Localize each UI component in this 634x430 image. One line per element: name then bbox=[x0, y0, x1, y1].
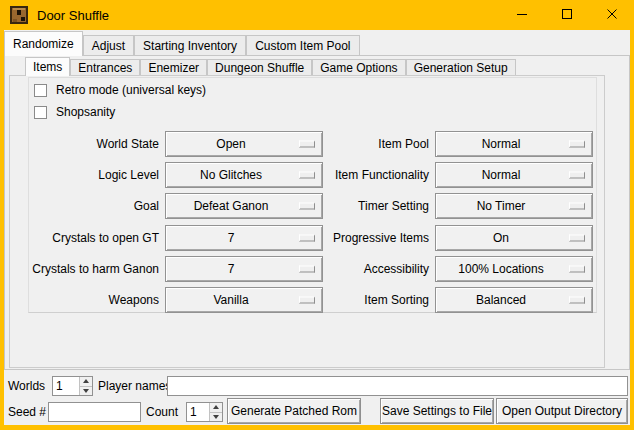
item-functionality-dropdown[interactable]: Normal bbox=[435, 162, 593, 188]
tab-starting-inventory[interactable]: Starting Inventory bbox=[134, 35, 246, 55]
accessibility-label: Accessibility bbox=[269, 256, 429, 282]
seed-input[interactable] bbox=[48, 402, 141, 422]
dropdown-value: Normal bbox=[482, 168, 521, 182]
item-functionality-label: Item Functionality bbox=[269, 162, 429, 188]
sub-tab-bar: Items Entrances Enemizer Dungeon Shuffle… bbox=[25, 57, 516, 76]
save-settings-button[interactable]: Save Settings to File bbox=[380, 398, 494, 424]
window-title: Door Shuffle bbox=[37, 8, 109, 23]
worlds-value: 1 bbox=[56, 377, 63, 395]
close-button[interactable] bbox=[589, 0, 634, 30]
dropdown-indicator-icon bbox=[569, 266, 585, 273]
arrow-down-icon bbox=[83, 389, 89, 393]
count-value: 1 bbox=[190, 403, 197, 421]
checkbox-label: Retro mode (universal keys) bbox=[56, 83, 206, 97]
crystals-ganon-label: Crystals to harm Ganon bbox=[29, 256, 159, 282]
progressive-items-label: Progressive Items bbox=[269, 225, 429, 251]
logic-level-label: Logic Level bbox=[29, 162, 159, 188]
arrow-down-icon bbox=[213, 415, 219, 419]
dropdown-value: Open bbox=[216, 137, 245, 151]
checkbox-label: Shopsanity bbox=[56, 105, 115, 119]
dropdown-value: Balanced bbox=[476, 293, 526, 307]
checkbox-unchecked-icon bbox=[34, 84, 47, 97]
dropdown-indicator-icon bbox=[569, 297, 585, 304]
spin-up-button[interactable] bbox=[210, 403, 222, 413]
tab-generation-setup[interactable]: Generation Setup bbox=[406, 59, 516, 75]
crystals-gt-label: Crystals to open GT bbox=[29, 225, 159, 251]
spin-up-button[interactable] bbox=[80, 377, 92, 387]
tab-entrances[interactable]: Entrances bbox=[70, 59, 140, 75]
item-pool-label: Item Pool bbox=[269, 131, 429, 157]
spinner-buttons bbox=[209, 403, 222, 421]
tab-items[interactable]: Items bbox=[25, 57, 70, 76]
arrow-up-icon bbox=[213, 405, 219, 409]
item-pool-dropdown[interactable]: Normal bbox=[435, 131, 593, 157]
main-tab-bar: Randomize Adjust Starting Inventory Cust… bbox=[4, 31, 360, 56]
checkbox-unchecked-icon bbox=[34, 106, 47, 119]
weapons-label: Weapons bbox=[29, 287, 159, 313]
arrow-up-icon bbox=[83, 379, 89, 383]
window-controls bbox=[499, 0, 634, 30]
worlds-label: Worlds bbox=[8, 376, 45, 396]
close-icon bbox=[606, 6, 618, 24]
goal-label: Goal bbox=[29, 193, 159, 219]
progressive-items-dropdown[interactable]: On bbox=[435, 225, 593, 251]
dropdown-value: No Timer bbox=[477, 199, 526, 213]
minimize-button[interactable] bbox=[499, 0, 544, 30]
world-state-label: World State bbox=[29, 131, 159, 157]
dropdown-indicator-icon bbox=[569, 141, 585, 148]
retro-mode-checkbox[interactable]: Retro mode (universal keys) bbox=[34, 83, 206, 97]
seed-label: Seed # bbox=[8, 402, 46, 422]
count-spinbox[interactable]: 1 bbox=[186, 402, 223, 422]
dropdown-value: On bbox=[493, 231, 509, 245]
dropdown-value: 7 bbox=[228, 231, 235, 245]
window-body: Randomize Adjust Starting Inventory Cust… bbox=[4, 30, 630, 425]
app-icon bbox=[10, 6, 28, 24]
dropdown-indicator-icon bbox=[569, 203, 585, 210]
tab-dungeon-shuffle[interactable]: Dungeon Shuffle bbox=[207, 59, 312, 75]
worlds-spinbox[interactable]: 1 bbox=[52, 376, 93, 396]
timer-setting-dropdown[interactable]: No Timer bbox=[435, 193, 593, 219]
spinner-buttons bbox=[79, 377, 92, 395]
maximize-icon bbox=[561, 6, 573, 24]
tab-custom-item-pool[interactable]: Custom Item Pool bbox=[246, 35, 359, 55]
generate-rom-button[interactable]: Generate Patched Rom bbox=[227, 398, 361, 424]
dropdown-value: 7 bbox=[228, 262, 235, 276]
dropdown-value: Vanilla bbox=[213, 293, 248, 307]
player-names-label: Player names bbox=[98, 376, 171, 396]
item-sorting-label: Item Sorting bbox=[269, 287, 429, 313]
tab-randomize[interactable]: Randomize bbox=[4, 31, 83, 56]
tab-game-options[interactable]: Game Options bbox=[312, 59, 405, 75]
app-window: Door Shuffle Randomize Adjus bbox=[0, 0, 634, 430]
open-output-directory-button[interactable]: Open Output Directory bbox=[496, 398, 628, 424]
maximize-button[interactable] bbox=[544, 0, 589, 30]
accessibility-dropdown[interactable]: 100% Locations bbox=[435, 256, 593, 282]
spin-down-button[interactable] bbox=[210, 413, 222, 422]
dropdown-indicator-icon bbox=[569, 235, 585, 242]
tab-adjust[interactable]: Adjust bbox=[83, 35, 134, 55]
options-frame: Retro mode (universal keys) Shopsanity W… bbox=[28, 77, 597, 313]
dropdown-value: 100% Locations bbox=[458, 262, 543, 276]
count-label: Count bbox=[146, 402, 178, 422]
player-names-input[interactable] bbox=[167, 376, 628, 396]
item-sorting-dropdown[interactable]: Balanced bbox=[435, 287, 593, 313]
shopsanity-checkbox[interactable]: Shopsanity bbox=[34, 105, 115, 119]
minimize-icon bbox=[516, 6, 528, 24]
spin-down-button[interactable] bbox=[80, 387, 92, 396]
dropdown-value: Normal bbox=[482, 137, 521, 151]
dropdown-value: Defeat Ganon bbox=[194, 199, 269, 213]
tab-enemizer[interactable]: Enemizer bbox=[140, 59, 207, 75]
titlebar: Door Shuffle bbox=[0, 0, 634, 30]
timer-setting-label: Timer Setting bbox=[269, 193, 429, 219]
dropdown-indicator-icon bbox=[569, 172, 585, 179]
dropdown-value: No Glitches bbox=[200, 168, 262, 182]
